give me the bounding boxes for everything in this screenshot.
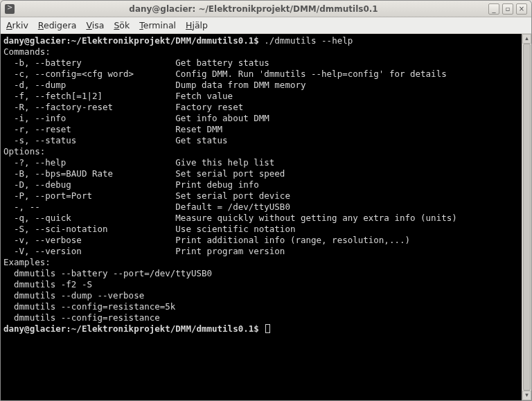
menu-sok[interactable]: Sök <box>114 20 130 30</box>
menu-terminal-rest: erminal <box>143 20 176 30</box>
close-button[interactable]: × <box>516 3 527 15</box>
titlebar[interactable]: dany@glacier: ~/Elektronikprojekt/DMM/dm… <box>1 1 531 17</box>
scroll-thumb[interactable] <box>523 44 531 391</box>
menu-arkiv[interactable]: Arkiv <box>6 20 28 30</box>
menu-arkiv-rest: rkiv <box>12 20 28 30</box>
maximize-button[interactable]: ▫ <box>502 3 513 15</box>
scroll-down-icon[interactable]: ▾ <box>522 391 531 400</box>
minimize-button[interactable]: _ <box>488 3 499 15</box>
terminal-output[interactable]: dany@glacier:~/Elektronikprojekt/DMM/dmm… <box>1 34 531 400</box>
menu-visa-rest: isa <box>92 20 105 30</box>
menu-visa[interactable]: Visa <box>86 20 104 30</box>
cursor <box>265 324 270 333</box>
terminal-window: dany@glacier: ~/Elektronikprojekt/DMM/dm… <box>0 0 532 401</box>
terminal-wrap: dany@glacier:~/Elektronikprojekt/DMM/dmm… <box>1 34 531 400</box>
scroll-up-icon[interactable]: ▴ <box>522 34 531 44</box>
menubar: Arkiv Redigera Visa Sök Terminal Hjälp <box>1 17 531 34</box>
window-buttons: _ ▫ × <box>488 3 527 15</box>
scrollbar[interactable]: ▴ ▾ <box>522 34 531 400</box>
scroll-track[interactable] <box>522 44 531 391</box>
menu-sok-rest: ök <box>119 20 130 30</box>
menu-hjalp[interactable]: Hjälp <box>186 20 208 30</box>
menu-terminal[interactable]: Terminal <box>139 20 176 30</box>
menu-redigera[interactable]: Redigera <box>38 20 77 30</box>
terminal-icon <box>5 4 15 14</box>
window-title: dany@glacier: ~/Elektronikprojekt/DMM/dm… <box>19 4 488 14</box>
menu-hjalp-rest: jälp <box>192 20 208 30</box>
menu-redigera-rest: edigera <box>44 20 77 30</box>
